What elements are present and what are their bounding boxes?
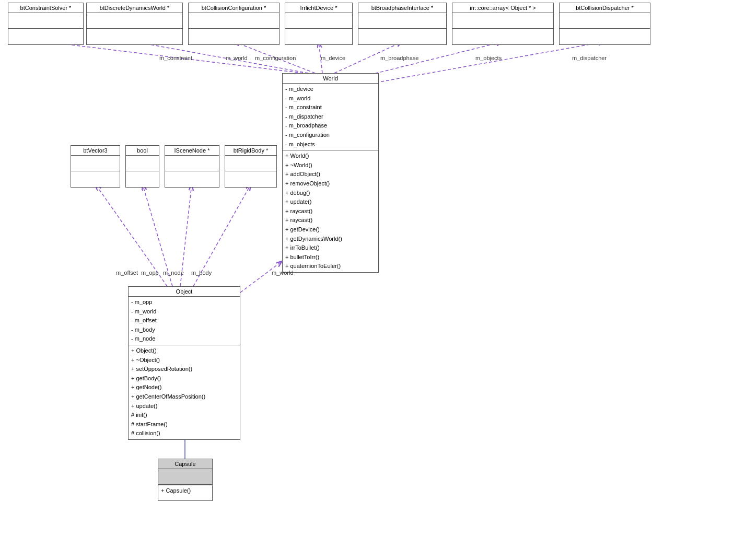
label-m-dispatcher: m_dispatcher xyxy=(572,55,607,61)
world-method-12: + bulletToIrr() xyxy=(285,253,376,262)
class-fields-btBroadphaseInterface xyxy=(358,13,446,29)
class-fields-World: - m_device - m_world - m_constraint - m_… xyxy=(283,84,378,150)
uml-diagram: btConstraintSolver * btDiscreteDynamicsW… xyxy=(0,0,733,560)
world-method-11: + irrToBullet() xyxy=(285,243,376,253)
object-method-6: + getCenterOfMassPosition() xyxy=(131,392,237,402)
class-methods-btRigidBody xyxy=(225,171,276,187)
world-method-7: + raycast() xyxy=(285,207,376,216)
object-method-2: + ~Object() xyxy=(131,356,237,365)
world-field-6: - m_configuration xyxy=(285,131,376,140)
world-field-2: - m_world xyxy=(285,94,376,103)
class-methods-btCollisionDispatcher xyxy=(560,29,650,44)
class-ISceneNode: ISceneNode * xyxy=(165,145,219,188)
class-fields-btCollisionDispatcher xyxy=(560,13,650,29)
object-field-5: - m_node xyxy=(131,334,237,344)
world-method-13: + quaternionToEuler() xyxy=(285,262,376,271)
label-m-node: m_node xyxy=(163,270,184,276)
class-title-btVector3: btVector3 xyxy=(71,146,120,156)
class-title-ISceneNode: ISceneNode * xyxy=(165,146,219,156)
world-method-1: + World() xyxy=(285,151,376,161)
object-field-3: - m_offset xyxy=(131,316,237,325)
object-method-4: + getBody() xyxy=(131,374,237,383)
class-irrCoreArray: irr::core::array< Object * > xyxy=(452,3,554,45)
class-btBroadphaseInterface: btBroadphaseInterface * xyxy=(358,3,447,45)
world-method-8: + raycast() xyxy=(285,216,376,225)
object-field-2: - m_world xyxy=(131,307,237,317)
world-field-4: - m_dispatcher xyxy=(285,112,376,122)
world-field-7: - m_objects xyxy=(285,140,376,149)
class-fields-irrCoreArray xyxy=(452,13,553,29)
class-btCollisionDispatcher: btCollisionDispatcher * xyxy=(559,3,650,45)
class-bool: bool xyxy=(125,145,159,188)
class-fields-IrrlichtDevice xyxy=(285,13,352,29)
world-field-3: - m_constraint xyxy=(285,103,376,112)
class-title-btRigidBody: btRigidBody * xyxy=(225,146,276,156)
label-m-offset: m_offset xyxy=(116,270,138,276)
class-methods-bool xyxy=(126,171,159,187)
class-methods-btDiscreteDynamicsWorld xyxy=(87,29,182,44)
class-title-Object: Object xyxy=(129,287,240,297)
class-methods-IrrlichtDevice xyxy=(285,29,352,44)
object-field-1: - m_opp xyxy=(131,298,237,307)
world-method-6: + update() xyxy=(285,197,376,207)
world-method-2: + ~World() xyxy=(285,161,376,170)
object-method-10: # collision() xyxy=(131,429,237,438)
class-methods-irrCoreArray xyxy=(452,29,553,44)
class-btRigidBody: btRigidBody * xyxy=(225,145,277,188)
label-m-objects: m_objects xyxy=(475,55,502,61)
class-fields-btConstraintSolver xyxy=(8,13,83,29)
class-title-btCollisionConfiguration: btCollisionConfiguration * xyxy=(189,3,279,13)
class-title-bool: bool xyxy=(126,146,159,156)
class-methods-btBroadphaseInterface xyxy=(358,29,446,44)
class-fields-Object: - m_opp - m_world - m_offset - m_body - … xyxy=(129,297,240,345)
class-methods-ISceneNode xyxy=(165,171,219,187)
class-Capsule: Capsule + Capsule() xyxy=(158,459,213,501)
class-methods-btCollisionConfiguration xyxy=(189,29,279,44)
class-fields-btRigidBody xyxy=(225,156,276,171)
label-m-world-bottom: m_world xyxy=(272,270,294,276)
world-field-5: - m_broadphase xyxy=(285,121,376,131)
class-fields-btVector3 xyxy=(71,156,120,171)
class-title-irrCoreArray: irr::core::array< Object * > xyxy=(452,3,553,13)
world-method-10: + getDynamicsWorld() xyxy=(285,235,376,244)
label-m-body: m_body xyxy=(191,270,212,276)
capsule-method-1: + Capsule() xyxy=(161,486,210,496)
label-m-opp: m_opp xyxy=(141,270,159,276)
class-title-IrrlichtDevice: IrrlichtDevice * xyxy=(285,3,352,13)
svg-line-6 xyxy=(355,42,604,86)
class-fields-bool xyxy=(126,156,159,171)
object-method-9: # startFrame() xyxy=(131,420,237,429)
class-Object: Object - m_opp - m_world - m_offset - m_… xyxy=(128,286,240,440)
class-methods-Capsule: + Capsule() xyxy=(158,485,212,500)
label-m-broadphase: m_broadphase xyxy=(380,55,418,61)
class-title-World: World xyxy=(283,74,378,84)
class-World: World - m_device - m_world - m_constrain… xyxy=(282,73,379,273)
object-field-4: - m_body xyxy=(131,325,237,335)
object-method-3: + setOpposedRotation() xyxy=(131,365,237,374)
class-btCollisionConfiguration: btCollisionConfiguration * xyxy=(188,3,280,45)
class-title-Capsule: Capsule xyxy=(158,459,212,469)
class-title-btBroadphaseInterface: btBroadphaseInterface * xyxy=(358,3,446,13)
object-method-5: + getNode() xyxy=(131,383,237,392)
label-m-configuration: m_configuration xyxy=(255,55,296,61)
label-m-world-top: m_world xyxy=(226,55,248,61)
class-methods-btVector3 xyxy=(71,171,120,187)
world-method-4: + removeObject() xyxy=(285,179,376,189)
class-title-btConstraintSolver: btConstraintSolver * xyxy=(8,3,83,13)
class-fields-btDiscreteDynamicsWorld xyxy=(87,13,182,29)
class-methods-btConstraintSolver xyxy=(8,29,83,44)
class-methods-World: + World() + ~World() + addObject() + rem… xyxy=(283,150,378,272)
class-methods-Object: + Object() + ~Object() + setOpposedRotat… xyxy=(129,345,240,439)
world-method-5: + debug() xyxy=(285,189,376,198)
class-btVector3: btVector3 xyxy=(71,145,120,188)
class-title-btDiscreteDynamicsWorld: btDiscreteDynamicsWorld * xyxy=(87,3,182,13)
class-fields-Capsule xyxy=(158,469,212,485)
label-m-constraint: m_constraint xyxy=(159,55,192,61)
class-IrrlichtDevice: IrrlichtDevice * xyxy=(285,3,353,45)
object-method-7: + update() xyxy=(131,402,237,411)
class-btConstraintSolver: btConstraintSolver * xyxy=(8,3,84,45)
class-title-btCollisionDispatcher: btCollisionDispatcher * xyxy=(560,3,650,13)
class-btDiscreteDynamicsWorld: btDiscreteDynamicsWorld * xyxy=(86,3,183,45)
object-method-8: # init() xyxy=(131,411,237,420)
world-method-3: + addObject() xyxy=(285,170,376,179)
